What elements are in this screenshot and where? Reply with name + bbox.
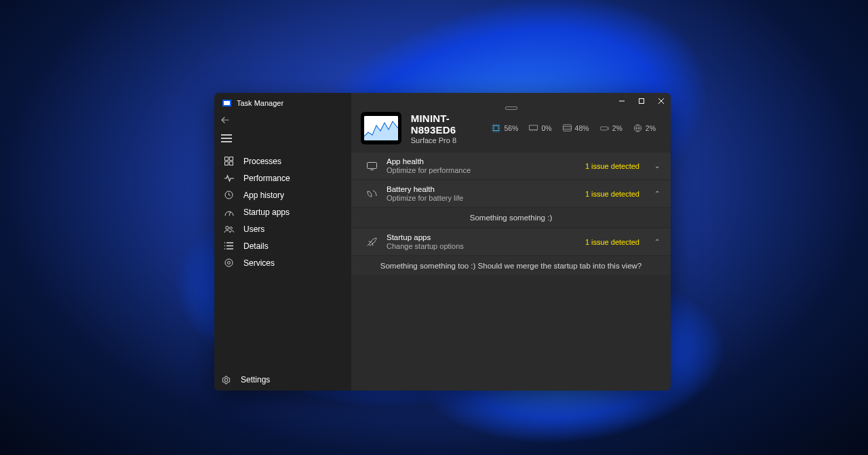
nav-performance[interactable]: Performance xyxy=(217,170,349,186)
chevron-down-icon: ⌄ xyxy=(653,162,661,170)
gauge-icon xyxy=(224,208,234,216)
resource-stats: 56% 0% 48% 2% 2% xyxy=(492,124,661,132)
nav-details[interactable]: Details xyxy=(217,237,349,254)
network-value: 2% xyxy=(612,124,623,132)
window-controls xyxy=(612,93,671,109)
minimize-icon xyxy=(618,98,625,104)
svg-rect-3 xyxy=(230,162,233,165)
stat-network[interactable]: 2% xyxy=(600,124,623,132)
close-button[interactable] xyxy=(651,93,671,109)
gear-icon xyxy=(221,376,231,384)
svg-rect-15 xyxy=(600,127,608,130)
monitor-icon xyxy=(366,162,377,170)
minimize-button[interactable] xyxy=(612,93,631,109)
sidebar: Task Manager Processes Performance App h… xyxy=(214,93,351,391)
svg-point-8 xyxy=(228,262,231,264)
chevron-up-icon: ⌃ xyxy=(653,190,661,197)
row-title: App health xyxy=(387,157,576,166)
app-icon xyxy=(222,100,231,106)
row-startup-apps[interactable]: Startup apps Change startup options 1 is… xyxy=(351,229,671,255)
svg-point-7 xyxy=(225,259,233,266)
tab-drag-handle[interactable] xyxy=(505,106,517,110)
task-manager-window: Task Manager Processes Performance App h… xyxy=(214,93,671,391)
close-icon xyxy=(658,98,665,104)
stat-disk[interactable]: 48% xyxy=(563,124,589,132)
nav-label: Services xyxy=(243,258,275,268)
row-battery-health[interactable]: Battery health Optimize for battery life… xyxy=(351,180,671,207)
users-icon xyxy=(224,225,234,233)
main-panel: MININT-N893ED6 Surface Pro 8 56% 0% 48% xyxy=(351,93,671,391)
svg-rect-12 xyxy=(530,125,538,130)
maximize-icon xyxy=(638,98,645,104)
svg-point-5 xyxy=(226,226,229,229)
memory-value: 0% xyxy=(541,124,551,132)
nav-label: Processes xyxy=(243,157,281,166)
hostname: MININT-N893ED6 xyxy=(411,113,483,136)
row-app-health[interactable]: App health Optimize for performance 1 is… xyxy=(351,153,671,179)
row-title: Startup apps xyxy=(387,233,576,242)
cpu-value: 56% xyxy=(504,124,518,132)
cpu-icon xyxy=(492,124,500,132)
issue-badge: 1 issue detected xyxy=(585,190,639,198)
row-subtitle: Optimize for performance xyxy=(387,166,576,175)
disk-value: 48% xyxy=(575,124,589,132)
nav-settings[interactable]: Settings xyxy=(214,369,351,391)
nav-label: Startup apps xyxy=(243,207,290,217)
maximize-button[interactable] xyxy=(631,93,651,109)
list-icon xyxy=(224,242,234,250)
nav-users[interactable]: Users xyxy=(217,220,349,237)
row-startup-body: Something something too :) Should we mer… xyxy=(351,256,671,275)
stat-gpu[interactable]: 2% xyxy=(633,124,656,132)
nav-label: Performance xyxy=(243,174,290,183)
gear-outline-icon xyxy=(224,258,234,267)
battery-eco-icon xyxy=(366,190,377,198)
globe-icon xyxy=(633,124,642,132)
nav-label: Users xyxy=(243,224,264,234)
device-model: Surface Pro 8 xyxy=(411,136,483,144)
nav-app-history[interactable]: App history xyxy=(217,186,349,203)
nav-services[interactable]: Services xyxy=(217,254,349,271)
pulse-icon xyxy=(224,174,234,182)
grid-icon xyxy=(224,157,234,165)
issue-badge: 1 issue detected xyxy=(585,162,639,170)
disk-icon xyxy=(563,124,572,132)
svg-rect-2 xyxy=(225,162,229,165)
issue-badge: 1 issue detected xyxy=(585,238,639,246)
network-icon xyxy=(600,124,609,132)
row-battery-body: Something something :) xyxy=(351,208,671,227)
row-title: Battery health xyxy=(387,184,576,194)
settings-label: Settings xyxy=(241,375,270,384)
rocket-icon xyxy=(366,237,377,246)
clock-icon xyxy=(224,191,234,199)
svg-rect-11 xyxy=(494,126,498,131)
nav-startup-apps[interactable]: Startup apps xyxy=(217,203,349,220)
app-title: Task Manager xyxy=(237,99,283,107)
svg-rect-17 xyxy=(367,162,376,168)
row-subtitle: Change startup options xyxy=(387,242,576,251)
arrow-left-icon xyxy=(221,117,229,123)
system-info: MININT-N893ED6 Surface Pro 8 xyxy=(411,113,483,144)
stat-memory[interactable]: 0% xyxy=(529,124,551,132)
nav-label: App history xyxy=(243,191,284,200)
health-list: App health Optimize for performance 1 is… xyxy=(351,151,671,275)
titlebar: Task Manager xyxy=(214,93,351,113)
gpu-value: 2% xyxy=(646,124,656,132)
svg-rect-9 xyxy=(639,99,644,104)
stat-cpu[interactable]: 56% xyxy=(492,124,518,132)
svg-rect-0 xyxy=(225,157,229,161)
nav-label: Details xyxy=(243,241,269,251)
memory-icon xyxy=(529,124,538,132)
chevron-up-icon: ⌃ xyxy=(653,238,661,245)
perf-graph-icon xyxy=(364,116,398,140)
svg-rect-1 xyxy=(230,157,233,161)
perf-thumbnail xyxy=(361,112,401,144)
row-subtitle: Optimize for battery life xyxy=(387,194,576,203)
hamburger-button[interactable] xyxy=(214,128,351,149)
svg-point-6 xyxy=(230,226,233,229)
hamburger-icon xyxy=(221,134,232,142)
nav-processes[interactable]: Processes xyxy=(217,153,349,170)
back-button[interactable] xyxy=(214,113,351,127)
nav: Processes Performance App history Startu… xyxy=(214,153,351,369)
